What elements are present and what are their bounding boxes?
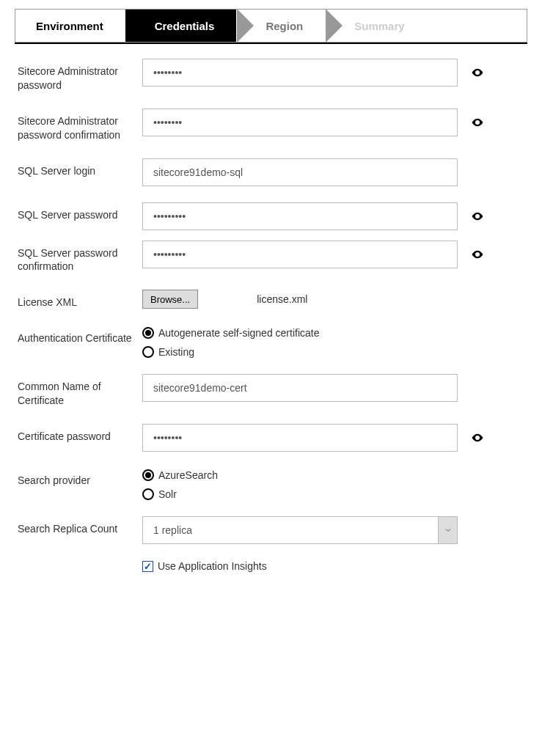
replica-count-label: Search Replica Count (18, 516, 142, 536)
replica-count-select[interactable]: 1 replica (142, 516, 458, 544)
wizard-steps: Environment Credentials Region Summary (15, 9, 527, 43)
auth-cert-option-autogenerate-label: Autogenerate self-signed certificate (158, 327, 319, 339)
admin-password-input[interactable] (142, 59, 458, 87)
search-provider-option-azure-label: AzureSearch (158, 469, 218, 481)
eye-icon[interactable] (469, 65, 486, 81)
sql-login-label: SQL Server login (18, 158, 142, 178)
eye-icon[interactable] (469, 114, 486, 131)
admin-password-confirm-input[interactable] (142, 109, 458, 136)
credentials-form: Sitecore Administrator password Sitecore… (0, 44, 542, 617)
license-browse-button[interactable]: Browse... (142, 290, 198, 309)
sql-password-confirm-label: SQL Server password confirmation (18, 241, 142, 274)
app-insights-label: Use Application Insights (158, 560, 267, 572)
search-provider-option-solr[interactable]: Solr (142, 488, 218, 500)
auth-cert-label: Authentication Certificate (18, 326, 142, 345)
radio-icon (142, 346, 154, 358)
auth-cert-option-existing-label: Existing (158, 346, 194, 358)
cert-password-input[interactable] (142, 424, 458, 452)
spacer (18, 560, 142, 566)
radio-icon (142, 488, 154, 500)
sql-password-input[interactable] (142, 202, 458, 230)
radio-icon (142, 327, 154, 339)
chevron-down-icon (438, 517, 457, 543)
common-name-input[interactable] (142, 374, 458, 402)
app-insights-checkbox[interactable]: Use Application Insights (142, 560, 267, 572)
license-label: License XML (18, 290, 142, 309)
cert-password-label: Certificate password (18, 424, 142, 444)
wizard-step-environment[interactable]: Environment (15, 10, 125, 42)
common-name-label: Common Name of Certificate (18, 374, 142, 408)
sql-password-label: SQL Server password (18, 202, 142, 222)
eye-icon[interactable] (469, 246, 486, 263)
sql-password-confirm-input[interactable] (142, 241, 458, 268)
auth-cert-option-existing[interactable]: Existing (142, 346, 319, 358)
admin-password-confirm-label: Sitecore Administrator password confirma… (18, 109, 142, 142)
search-provider-option-solr-label: Solr (158, 488, 177, 500)
replica-count-value: 1 replica (153, 524, 192, 536)
sql-login-input[interactable] (142, 158, 458, 186)
eye-icon[interactable] (469, 430, 486, 446)
checkbox-icon (142, 561, 153, 572)
admin-password-label: Sitecore Administrator password (18, 59, 142, 92)
search-provider-label: Search provider (18, 468, 142, 488)
license-filename: license.xml (257, 293, 307, 305)
eye-icon[interactable] (469, 208, 486, 224)
radio-icon (142, 469, 154, 481)
auth-cert-option-autogenerate[interactable]: Autogenerate self-signed certificate (142, 327, 319, 339)
search-provider-option-azure[interactable]: AzureSearch (142, 469, 218, 481)
